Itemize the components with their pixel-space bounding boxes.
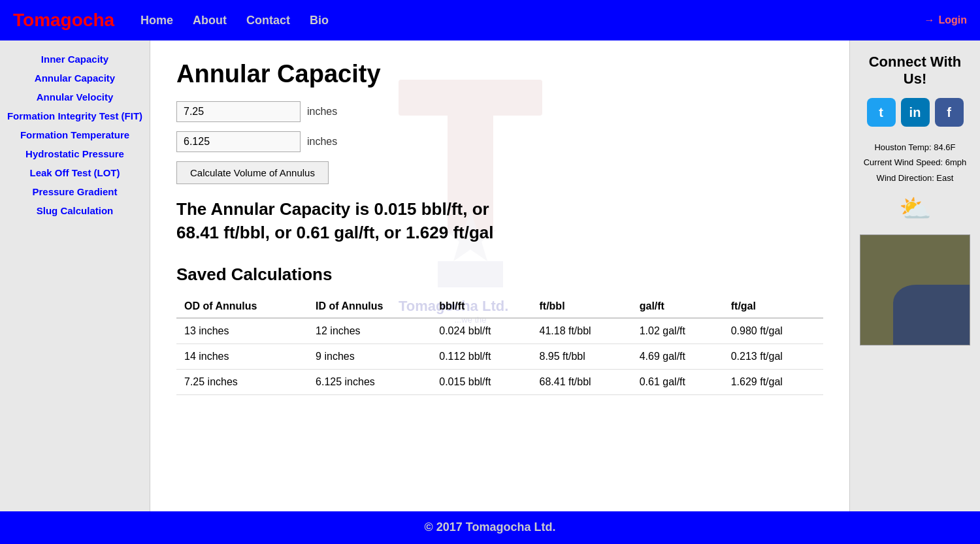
weather-icon: ⛅ [860,193,970,224]
nav-contact[interactable]: Contact [246,14,290,27]
calculations-table: OD of Annulus ID of Annulus bbl/ft ft/bb… [176,295,823,395]
od-unit: inches [307,106,337,118]
table-cell: 0.112 bbl/ft [431,344,531,369]
sidebar-item-hydrostatic-pressure[interactable]: Hydrostatic Pressure [7,148,143,159]
weather-wind-dir: Wind Direction: East [860,170,970,185]
table-cell: 41.18 ft/bbl [531,318,631,344]
col-od: OD of Annulus [176,295,308,318]
brand-logo[interactable]: Tomagocha [13,10,114,31]
login-label: Login [938,14,967,26]
col-galft: gal/ft [632,295,723,318]
od-input[interactable] [176,101,301,122]
weather-info: Houston Temp: 84.6F Current Wind Speed: … [860,140,970,185]
table-row: 13 inches12 inches0.024 bbl/ft41.18 ft/b… [176,318,823,344]
sidebar: Inner Capacity Annular Capacity Annular … [0,40,150,511]
map-container [860,234,970,345]
sidebar-item-leak-off-test[interactable]: Leak Off Test (LOT) [7,167,143,178]
calculate-button[interactable]: Calculate Volume of Annulus [176,161,329,184]
sidebar-item-formation-temperature[interactable]: Formation Temperature [7,129,143,140]
social-icons-container: t in f [860,98,970,127]
sidebar-item-annular-velocity[interactable]: Annular Velocity [7,91,143,103]
right-sidebar: Connect With Us! t in f Houston Temp: 84… [849,40,980,511]
main-layout: Inner Capacity Annular Capacity Annular … [0,40,980,511]
nav-about[interactable]: About [193,14,227,27]
table-row: 7.25 inches6.125 inches0.015 bbl/ft68.41… [176,369,823,394]
col-ftbbl: ft/bbl [531,295,631,318]
result-text: The Annular Capacity is 0.015 bbl/ft, or… [176,197,503,245]
map-water [893,285,970,345]
input-row-2: inches [176,131,823,152]
page-title: Annular Capacity [176,60,823,88]
table-cell: 6.125 inches [308,369,431,394]
table-cell: 14 inches [176,344,308,369]
id-unit: inches [307,136,337,148]
main-content: Tomagocha Ltd. ...we the Annular Capacit… [150,40,849,511]
table-cell: 1.629 ft/gal [723,369,823,394]
input-row-1: inches [176,101,823,122]
login-icon: → [924,14,934,26]
table-cell: 13 inches [176,318,308,344]
facebook-icon[interactable]: f [935,98,964,127]
table-cell: 0.024 bbl/ft [431,318,531,344]
table-cell: 0.980 ft/gal [723,318,823,344]
weather-wind-speed: Current Wind Speed: 6mph [860,155,970,170]
table-cell: 0.213 ft/gal [723,344,823,369]
sidebar-item-formation-integrity[interactable]: Formation Integrity Test (FIT) [7,110,143,121]
sidebar-item-inner-capacity[interactable]: Inner Capacity [7,54,143,65]
sidebar-item-slug-calculation[interactable]: Slug Calculation [7,205,143,216]
twitter-icon[interactable]: t [867,98,896,127]
sidebar-item-annular-capacity[interactable]: Annular Capacity [7,72,143,84]
col-bblft: bbl/ft [431,295,531,318]
table-cell: 68.41 ft/bbl [531,369,631,394]
table-cell: 7.25 inches [176,369,308,394]
nav-home[interactable]: Home [140,14,173,27]
col-ftgal: ft/gal [723,295,823,318]
table-cell: 0.015 bbl/ft [431,369,531,394]
footer-text: © 2017 Tomagocha Ltd. [425,520,556,534]
table-cell: 12 inches [308,318,431,344]
login-button[interactable]: → Login [924,14,967,26]
table-cell: 9 inches [308,344,431,369]
navbar: Tomagocha Home About Contact Bio → Login [0,0,980,40]
table-cell: 8.95 ft/bbl [531,344,631,369]
weather-temp: Houston Temp: 84.6F [860,140,970,155]
nav-bio[interactable]: Bio [310,14,329,27]
table-cell: 1.02 gal/ft [632,318,723,344]
table-header-row: OD of Annulus ID of Annulus bbl/ft ft/bb… [176,295,823,318]
col-id: ID of Annulus [308,295,431,318]
footer: © 2017 Tomagocha Ltd. [0,511,980,544]
sidebar-item-pressure-gradient[interactable]: Pressure Gradient [7,186,143,197]
content-inner: Annular Capacity inches inches Calculate… [176,60,823,395]
saved-calculations-title: Saved Calculations [176,264,823,285]
id-input[interactable] [176,131,301,152]
table-cell: 0.61 gal/ft [632,369,723,394]
connect-title: Connect With Us! [860,54,970,88]
table-cell: 4.69 gal/ft [632,344,723,369]
table-row: 14 inches9 inches0.112 bbl/ft8.95 ft/bbl… [176,344,823,369]
nav-links: Home About Contact Bio [140,14,924,27]
linkedin-icon[interactable]: in [901,98,930,127]
